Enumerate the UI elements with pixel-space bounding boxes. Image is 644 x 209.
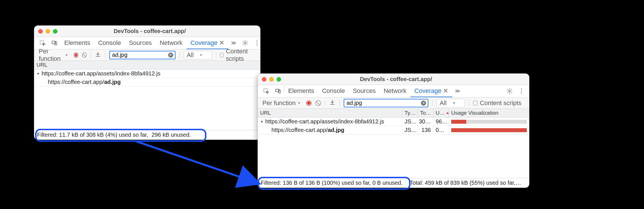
url-filter-text[interactable]: [346, 99, 419, 106]
clear-button-icon[interactable]: [82, 52, 87, 58]
disclosure-triangle-icon[interactable]: ▼: [37, 72, 40, 76]
chevron-down-icon: ▼: [65, 53, 68, 57]
svg-rect-2: [55, 42, 57, 45]
type-filter-label: All: [187, 51, 194, 59]
row-unused: 0…: [433, 126, 449, 134]
tab-elements[interactable]: Elements: [284, 85, 318, 97]
status-filtered: Filtered: 136 B of 136 B (100%) used so …: [261, 180, 403, 186]
close-tab-icon[interactable]: ✕: [443, 87, 448, 95]
export-icon[interactable]: [329, 99, 335, 107]
settings-gear-icon[interactable]: [504, 85, 515, 97]
chevron-down-icon: ▼: [452, 101, 456, 105]
chevron-down-icon: ▼: [199, 53, 203, 57]
row-url: https://coffee-cart.app/assets/index-8bf…: [42, 70, 161, 77]
devtools-window-left: DevTools - coffee-cart.app/ Elements Con…: [34, 25, 260, 140]
row-url-prefix: https://coffee-cart.app/: [271, 127, 328, 133]
zoom-window-button[interactable]: [53, 29, 57, 34]
content-scripts-checkbox[interactable]: Content scripts: [473, 99, 521, 107]
header-url[interactable]: URL: [258, 109, 402, 117]
traffic-lights: [38, 29, 57, 34]
table-headers: URL: [34, 61, 260, 69]
granularity-dropdown[interactable]: Per function ▼: [261, 99, 302, 107]
header-url[interactable]: URL: [34, 61, 260, 69]
coverage-toolbar: Per function ▼ ✕ All ▼ Content scripts: [34, 49, 260, 61]
main-tabbar: Elements Console Sources Network Coverag…: [258, 85, 529, 97]
status-filtered: Filtered: 11.7 kB of 308 kB (4%) used so…: [37, 132, 148, 138]
svg-rect-6: [279, 90, 280, 93]
chevron-down-icon: ▼: [297, 101, 301, 105]
row-total: 30…: [418, 117, 433, 126]
tab-coverage[interactable]: Coverage ✕: [410, 85, 452, 97]
svg-rect-4: [264, 88, 268, 92]
inspect-icon[interactable]: [260, 85, 272, 97]
record-button-icon[interactable]: [306, 101, 311, 106]
row-unused: 96…: [433, 117, 449, 126]
minimize-window-button[interactable]: [269, 77, 274, 82]
header-unused[interactable]: U…: [433, 109, 449, 117]
tab-sources[interactable]: Sources: [125, 37, 156, 49]
annotation-arrow-icon: [133, 138, 266, 189]
type-filter-label: All: [440, 99, 446, 107]
row-type: JS…: [402, 126, 418, 134]
type-filter-dropdown[interactable]: All ▼: [184, 51, 212, 59]
coverage-toolbar: Per function ▼ ✕ All ▼ Content scripts: [258, 97, 529, 109]
table-row[interactable]: https://coffee-cart.app/ad.jpg JS… 136 0…: [258, 126, 529, 134]
tab-sources[interactable]: Sources: [349, 85, 380, 97]
table-row[interactable]: ▼ https://coffee-cart.app/assets/index-8…: [258, 117, 529, 126]
row-total: 136: [418, 126, 433, 134]
header-type[interactable]: Ty…: [402, 109, 418, 117]
close-window-button[interactable]: [38, 29, 43, 34]
close-window-button[interactable]: [262, 77, 266, 82]
record-button-icon[interactable]: [74, 53, 78, 58]
close-tab-icon[interactable]: ✕: [219, 39, 224, 47]
titlebar[interactable]: DevTools - coffee-cart.app/: [34, 26, 260, 37]
content-scripts-label: Content scripts: [480, 99, 521, 107]
svg-point-7: [509, 90, 510, 92]
device-toggle-icon[interactable]: [272, 85, 284, 97]
more-tabs-icon[interactable]: ≫: [452, 85, 463, 97]
granularity-label: Per function: [39, 48, 63, 62]
tab-console[interactable]: Console: [318, 85, 349, 97]
window-title: DevTools - coffee-cart.app/: [64, 28, 236, 34]
zoom-window-button[interactable]: [277, 77, 281, 82]
table-row[interactable]: https://coffee-cart.app/ad.jpg: [34, 78, 260, 86]
row-url-bold: ad.jpg: [328, 127, 345, 133]
clear-filter-icon[interactable]: ✕: [421, 101, 426, 106]
table-row[interactable]: ▼ https://coffee-cart.app/assets/index-8…: [34, 69, 260, 78]
sort-asc-icon: [446, 112, 449, 114]
status-total: Total: 459 kB of 839 kB (55%) used so fa…: [410, 180, 521, 186]
header-visualization[interactable]: Usage Visualization: [449, 109, 529, 117]
granularity-label: Per function: [262, 99, 296, 107]
svg-rect-0: [40, 40, 44, 44]
row-url: https://coffee-cart.app/assets/index-8bf…: [265, 118, 384, 125]
clear-filter-icon[interactable]: ✕: [168, 53, 173, 58]
row-usage-bar: [449, 117, 529, 126]
url-filter-text[interactable]: [112, 51, 166, 58]
kebab-menu-icon[interactable]: ⋮: [515, 85, 527, 97]
disclosure-triangle-icon[interactable]: ▼: [260, 120, 264, 124]
tab-network[interactable]: Network: [156, 37, 187, 49]
row-usage-bar: [449, 126, 529, 134]
minimize-window-button[interactable]: [46, 29, 50, 34]
svg-point-3: [244, 42, 246, 44]
export-icon[interactable]: [95, 51, 101, 59]
url-filter-input[interactable]: ✕: [344, 99, 428, 107]
row-url-bold: ad.jpg: [104, 79, 121, 85]
titlebar[interactable]: DevTools - coffee-cart.app/: [258, 74, 529, 85]
table-headers: URL Ty… To… U… Usage Visualization: [258, 109, 529, 117]
header-unused-label: U…: [436, 110, 445, 116]
url-filter-input[interactable]: ✕: [109, 51, 176, 59]
type-filter-dropdown[interactable]: All ▼: [437, 99, 465, 107]
row-url-prefix: https://coffee-cart.app/: [48, 79, 104, 85]
header-total[interactable]: To…: [418, 109, 433, 117]
clear-button-icon[interactable]: [315, 100, 321, 106]
traffic-lights: [262, 77, 281, 82]
svg-line-8: [136, 141, 258, 183]
statusbar: Filtered: 11.7 kB of 308 kB (4%) used so…: [34, 130, 260, 140]
devtools-window-right: DevTools - coffee-cart.app/ Elements Con…: [258, 73, 529, 188]
status-unused: 296 kB unused.: [151, 132, 191, 138]
tab-network[interactable]: Network: [380, 85, 410, 97]
content-scripts-label: Content scripts: [226, 48, 257, 62]
tab-console[interactable]: Console: [94, 37, 125, 49]
content-scripts-checkbox[interactable]: Content scripts: [220, 48, 257, 62]
